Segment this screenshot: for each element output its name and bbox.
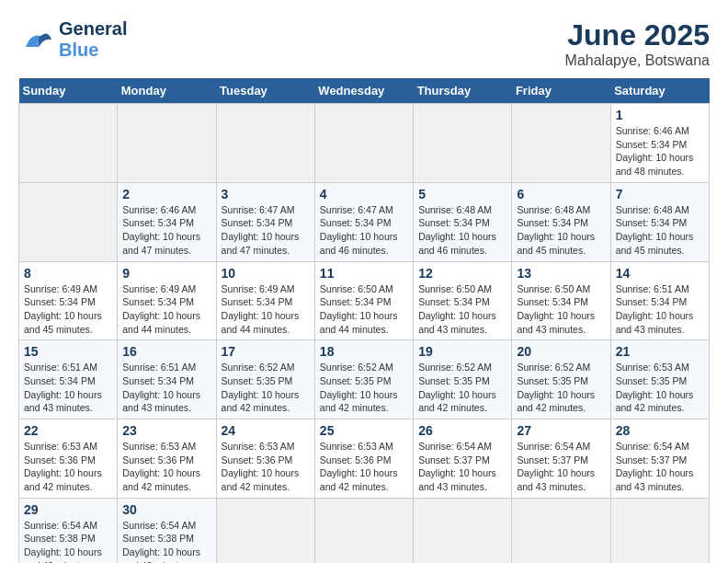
day-of-week-header: Saturday — [610, 78, 709, 104]
day-number: 17 — [222, 344, 310, 359]
daylight: Daylight: 10 hours and 46 minutes. — [418, 231, 496, 256]
day-of-week-header: Thursday — [414, 78, 512, 104]
sunset: Sunset: 5:38 PM — [122, 533, 194, 544]
day-info: Sunrise: 6:51 AM Sunset: 5:34 PM Dayligh… — [24, 361, 112, 415]
daylight: Daylight: 10 hours and 43 minutes. — [24, 389, 102, 414]
daylight: Daylight: 10 hours and 42 minutes. — [616, 389, 694, 414]
sunrise: Sunrise: 6:53 AM — [616, 362, 689, 373]
sunset: Sunset: 5:34 PM — [320, 296, 392, 307]
calendar-table: SundayMondayTuesdayWednesdayThursdayFrid… — [18, 78, 710, 563]
day-cell: 21 Sunrise: 6:53 AM Sunset: 5:35 PM Dayl… — [610, 340, 709, 419]
sunrise: Sunrise: 6:48 AM — [517, 204, 590, 215]
daylight: Daylight: 10 hours and 45 minutes. — [517, 231, 595, 256]
day-number: 2 — [122, 187, 210, 201]
day-info: Sunrise: 6:53 AM Sunset: 5:36 PM Dayligh… — [24, 440, 112, 494]
sunset: Sunset: 5:35 PM — [418, 375, 490, 386]
daylight: Daylight: 10 hours and 43 minutes. — [616, 310, 694, 335]
sunset: Sunset: 5:34 PM — [122, 375, 194, 386]
day-number: 26 — [418, 423, 506, 438]
empty-day-cell — [19, 182, 118, 261]
daylight: Daylight: 10 hours and 42 minutes. — [418, 389, 496, 414]
sunset: Sunset: 5:36 PM — [320, 454, 392, 465]
sunrise: Sunrise: 6:53 AM — [122, 441, 196, 452]
month-year-title: June 2025 — [565, 18, 710, 52]
day-info: Sunrise: 6:50 AM Sunset: 5:34 PM Dayligh… — [418, 282, 506, 337]
day-cell: 22 Sunrise: 6:53 AM Sunset: 5:36 PM Dayl… — [19, 419, 118, 499]
empty-day-cell — [216, 498, 314, 563]
day-cell: 4 Sunrise: 6:47 AM Sunset: 5:34 PM Dayli… — [314, 182, 413, 261]
empty-day-cell — [314, 104, 413, 183]
day-number: 12 — [418, 266, 506, 281]
day-cell: 30 Sunrise: 6:54 AM Sunset: 5:38 PM Dayl… — [118, 498, 216, 563]
empty-day-cell — [512, 104, 610, 183]
day-info: Sunrise: 6:52 AM Sunset: 5:35 PM Dayligh… — [320, 361, 408, 415]
sunset: Sunset: 5:36 PM — [222, 454, 293, 465]
day-cell: 25 Sunrise: 6:53 AM Sunset: 5:36 PM Dayl… — [314, 419, 413, 499]
empty-day-cell — [414, 104, 512, 183]
sunset: Sunset: 5:34 PM — [24, 375, 96, 386]
day-info: Sunrise: 6:52 AM Sunset: 5:35 PM Dayligh… — [517, 361, 605, 415]
sunrise: Sunrise: 6:50 AM — [320, 283, 393, 294]
day-info: Sunrise: 6:53 AM Sunset: 5:36 PM Dayligh… — [222, 440, 310, 494]
day-cell: 23 Sunrise: 6:53 AM Sunset: 5:36 PM Dayl… — [118, 419, 216, 499]
sunrise: Sunrise: 6:51 AM — [616, 283, 689, 294]
daylight: Daylight: 10 hours and 42 minutes. — [122, 467, 200, 492]
sunrise: Sunrise: 6:53 AM — [222, 441, 295, 452]
sunrise: Sunrise: 6:54 AM — [418, 441, 492, 452]
day-info: Sunrise: 6:53 AM Sunset: 5:36 PM Dayligh… — [122, 440, 210, 494]
day-info: Sunrise: 6:54 AM Sunset: 5:37 PM Dayligh… — [418, 440, 506, 494]
day-of-week-header: Friday — [512, 78, 610, 104]
day-number: 20 — [517, 344, 605, 359]
daylight: Daylight: 10 hours and 44 minutes. — [122, 310, 200, 335]
daylight: Daylight: 10 hours and 42 minutes. — [517, 389, 595, 414]
calendar-week-row: 15 Sunrise: 6:51 AM Sunset: 5:34 PM Dayl… — [19, 340, 710, 419]
daylight: Daylight: 10 hours and 42 minutes. — [222, 389, 300, 414]
day-cell: 12 Sunrise: 6:50 AM Sunset: 5:34 PM Dayl… — [414, 261, 512, 340]
daylight: Daylight: 10 hours and 45 minutes. — [24, 310, 102, 335]
day-info: Sunrise: 6:51 AM Sunset: 5:34 PM Dayligh… — [122, 361, 210, 415]
logo-text: General Blue — [59, 18, 127, 61]
sunset: Sunset: 5:37 PM — [517, 454, 588, 465]
day-of-week-header: Monday — [118, 78, 216, 104]
day-number: 27 — [517, 423, 605, 438]
logo: General Blue — [18, 18, 127, 61]
sunrise: Sunrise: 6:53 AM — [24, 441, 97, 452]
day-info: Sunrise: 6:52 AM Sunset: 5:35 PM Dayligh… — [222, 361, 310, 415]
sunrise: Sunrise: 6:53 AM — [320, 441, 393, 452]
day-number: 15 — [24, 344, 112, 359]
day-cell: 28 Sunrise: 6:54 AM Sunset: 5:37 PM Dayl… — [610, 419, 709, 499]
day-cell: 14 Sunrise: 6:51 AM Sunset: 5:34 PM Dayl… — [610, 261, 709, 340]
daylight: Daylight: 10 hours and 43 minutes. — [24, 546, 102, 563]
day-number: 3 — [222, 187, 310, 201]
day-info: Sunrise: 6:54 AM Sunset: 5:37 PM Dayligh… — [517, 440, 605, 494]
calendar-week-row: 22 Sunrise: 6:53 AM Sunset: 5:36 PM Dayl… — [19, 419, 710, 499]
calendar-week-row: 29 Sunrise: 6:54 AM Sunset: 5:38 PM Dayl… — [19, 498, 710, 563]
day-cell: 6 Sunrise: 6:48 AM Sunset: 5:34 PM Dayli… — [512, 182, 610, 261]
sunset: Sunset: 5:34 PM — [418, 217, 490, 228]
daylight: Daylight: 10 hours and 43 minutes. — [616, 467, 694, 492]
page-header: General Blue June 2025 Mahalapye, Botswa… — [18, 18, 710, 69]
day-cell: 2 Sunrise: 6:46 AM Sunset: 5:34 PM Dayli… — [118, 182, 216, 261]
day-cell: 15 Sunrise: 6:51 AM Sunset: 5:34 PM Dayl… — [19, 340, 118, 419]
day-number: 13 — [517, 266, 605, 281]
empty-day-cell — [19, 104, 118, 183]
day-cell: 17 Sunrise: 6:52 AM Sunset: 5:35 PM Dayl… — [216, 340, 314, 419]
day-number: 4 — [320, 187, 408, 201]
sunset: Sunset: 5:34 PM — [517, 296, 588, 307]
sunset: Sunset: 5:34 PM — [418, 296, 490, 307]
sunrise: Sunrise: 6:48 AM — [616, 204, 689, 215]
day-number: 21 — [616, 344, 704, 359]
day-number: 22 — [24, 423, 112, 438]
day-info: Sunrise: 6:46 AM Sunset: 5:34 PM Dayligh… — [122, 203, 210, 258]
sunrise: Sunrise: 6:46 AM — [616, 125, 689, 136]
sunrise: Sunrise: 6:48 AM — [418, 204, 492, 215]
logo-icon — [18, 21, 55, 58]
sunset: Sunset: 5:35 PM — [616, 375, 688, 386]
sunrise: Sunrise: 6:52 AM — [517, 362, 590, 373]
day-info: Sunrise: 6:49 AM Sunset: 5:34 PM Dayligh… — [222, 282, 310, 337]
sunrise: Sunrise: 6:51 AM — [24, 362, 97, 373]
day-of-week-header: Wednesday — [314, 78, 413, 104]
day-number: 30 — [122, 502, 210, 517]
daylight: Daylight: 10 hours and 47 minutes. — [222, 231, 300, 256]
day-cell: 11 Sunrise: 6:50 AM Sunset: 5:34 PM Dayl… — [314, 261, 413, 340]
